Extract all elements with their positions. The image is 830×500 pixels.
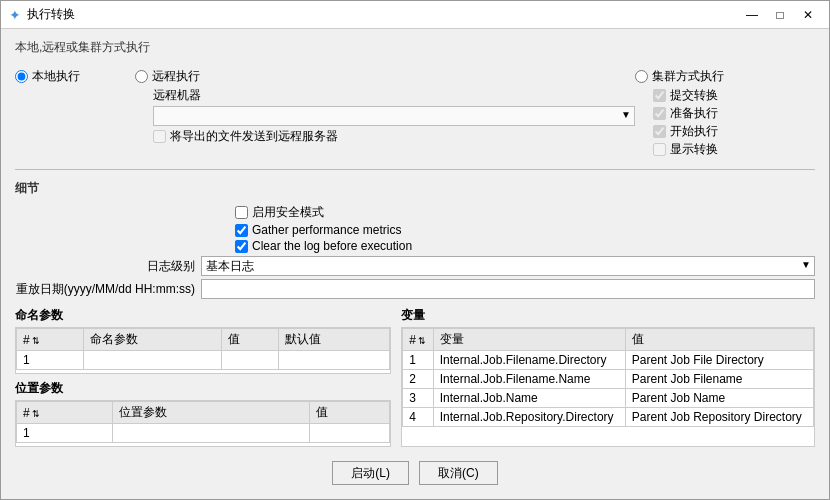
maximize-button[interactable]: □ [767, 5, 793, 25]
positional-params-row1-value [309, 424, 390, 443]
positional-params-thead: #⇅ 位置参数 值 [17, 402, 390, 424]
remote-radio-row: 远程执行 [135, 68, 635, 85]
positional-params-section: 位置参数 #⇅ 位置参数 值 [15, 380, 391, 447]
named-params-tbody: 1 [17, 351, 390, 370]
named-params-row1-hash: 1 [17, 351, 84, 370]
gather-metrics-row: Gather performance metrics [235, 223, 401, 237]
content-area: 本地,远程或集群方式执行 本地执行 远程执行 远程机器 [1, 29, 829, 499]
cluster-label[interactable]: 集群方式执行 [652, 68, 724, 85]
remote-file-row: 将导出的文件发送到远程服务器 [153, 128, 635, 145]
replay-date-input[interactable] [201, 279, 815, 299]
main-window: ✦ 执行转换 — □ ✕ 本地,远程或集群方式执行 本地执行 [0, 0, 830, 500]
variables-table-wrapper: #⇅ 变量 值 1Internal.Job.Filename.Directory… [401, 327, 815, 447]
detail-section-header: 细节 [15, 180, 815, 197]
named-params-row1-name [84, 351, 222, 370]
local-label[interactable]: 本地执行 [32, 68, 80, 85]
variables-header-row: #⇅ 变量 值 [403, 329, 814, 351]
cluster-checks: 提交转换 准备执行 开始执行 显示转换 [653, 87, 815, 159]
cluster-submit-checkbox[interactable] [653, 89, 666, 102]
replay-date-label: 重放日期(yyyy/MM/dd HH:mm:ss) [15, 281, 195, 298]
positional-params-col-name: 位置参数 [112, 402, 309, 424]
security-mode-row: 启用安全模式 [235, 204, 324, 221]
execution-mode-label: 本地,远程或集群方式执行 [15, 39, 815, 56]
variables-section: 变量 #⇅ 变量 值 1Internal.Job.Filename.Direct… [401, 307, 815, 447]
remote-machine-select-row: ▼ [153, 106, 635, 126]
bottom-tables: 命名参数 #⇅ 命名参数 值 默认值 [15, 307, 815, 447]
cluster-prepare-label: 准备执行 [670, 105, 718, 122]
table-row: 4Internal.Job.Repository.DirectoryParent… [403, 408, 814, 427]
named-params-col-value: 值 [222, 329, 279, 351]
log-level-select-wrapper: 基本日志 ▼ [201, 256, 815, 276]
gather-metrics-label: Gather performance metrics [252, 223, 401, 237]
app-icon: ✦ [9, 7, 21, 23]
named-params-section: 命名参数 #⇅ 命名参数 值 默认值 [15, 307, 391, 374]
titlebar-left: ✦ 执行转换 [9, 6, 75, 23]
named-params-header-row: #⇅ 命名参数 值 默认值 [17, 329, 390, 351]
cluster-start-checkbox[interactable] [653, 125, 666, 138]
variables-tbody: 1Internal.Job.Filename.DirectoryParent J… [403, 351, 814, 427]
table-row: 1 [17, 424, 390, 443]
positional-params-table: #⇅ 位置参数 值 1 [16, 401, 390, 443]
local-option-col: 本地执行 [15, 68, 135, 87]
minimize-button[interactable]: — [739, 5, 765, 25]
named-params-table: #⇅ 命名参数 值 默认值 1 [16, 328, 390, 370]
cluster-prepare-checkbox[interactable] [653, 107, 666, 120]
cluster-option-col: 集群方式执行 提交转换 准备执行 开始执行 [635, 68, 815, 159]
positional-params-tbody: 1 [17, 424, 390, 443]
log-level-select[interactable]: 基本日志 [201, 256, 815, 276]
close-button[interactable]: ✕ [795, 5, 821, 25]
replay-date-row: 重放日期(yyyy/MM/dd HH:mm:ss) [15, 279, 815, 299]
table-row: 2Internal.Job.Filename.NameParent Job Fi… [403, 370, 814, 389]
cluster-radio-row: 集群方式执行 [635, 68, 815, 85]
remote-option-col: 远程执行 远程机器 ▼ 将导出的文件发送到远程服务器 [135, 68, 635, 145]
start-button[interactable]: 启动(L) [332, 461, 409, 485]
remote-machine-select-wrapper: ▼ [153, 106, 635, 126]
divider-1 [15, 169, 815, 170]
button-row: 启动(L) 取消(C) [15, 455, 815, 489]
cluster-submit-label: 提交转换 [670, 87, 718, 104]
positional-params-title: 位置参数 [15, 380, 391, 397]
named-params-col-hash: #⇅ [17, 329, 84, 351]
named-params-table-wrapper: #⇅ 命名参数 值 默认值 1 [15, 327, 391, 374]
remote-label[interactable]: 远程执行 [152, 68, 200, 85]
window-title: 执行转换 [27, 6, 75, 23]
table-row: 1 [17, 351, 390, 370]
variables-col-name: 变量 [433, 329, 625, 351]
remote-machine-select[interactable] [153, 106, 635, 126]
remote-radio[interactable] [135, 70, 148, 83]
variables-thead: #⇅ 变量 值 [403, 329, 814, 351]
positional-params-row1-hash: 1 [17, 424, 113, 443]
remote-file-checkbox[interactable] [153, 130, 166, 143]
remote-machine-label: 远程机器 [153, 87, 201, 104]
named-params-col-default: 默认值 [279, 329, 390, 351]
named-params-thead: #⇅ 命名参数 值 默认值 [17, 329, 390, 351]
cancel-button[interactable]: 取消(C) [419, 461, 498, 485]
variables-col-hash: #⇅ [403, 329, 434, 351]
remote-machine-row: 远程机器 [153, 87, 635, 104]
titlebar: ✦ 执行转换 — □ ✕ [1, 1, 829, 29]
cluster-show-label: 显示转换 [670, 141, 718, 158]
security-mode-checkbox[interactable] [235, 206, 248, 219]
cluster-start-row: 开始执行 [653, 123, 815, 140]
cluster-show-checkbox[interactable] [653, 143, 666, 156]
positional-params-header-row: #⇅ 位置参数 值 [17, 402, 390, 424]
cluster-start-label: 开始执行 [670, 123, 718, 140]
named-params-row1-default [279, 351, 390, 370]
variables-col-value: 值 [625, 329, 813, 351]
local-radio-row: 本地执行 [15, 68, 135, 85]
positional-params-table-wrapper: #⇅ 位置参数 值 1 [15, 400, 391, 447]
log-level-label: 日志级别 [15, 258, 195, 275]
variables-title: 变量 [401, 307, 815, 324]
gather-metrics-checkbox[interactable] [235, 224, 248, 237]
clear-log-row: Clear the log before execution [235, 239, 412, 253]
cluster-radio[interactable] [635, 70, 648, 83]
log-level-row: 日志级别 基本日志 ▼ [15, 256, 815, 276]
clear-log-checkbox[interactable] [235, 240, 248, 253]
named-params-col-name: 命名参数 [84, 329, 222, 351]
local-radio[interactable] [15, 70, 28, 83]
left-tables: 命名参数 #⇅ 命名参数 值 默认值 [15, 307, 391, 447]
table-row: 3Internal.Job.NameParent Job Name [403, 389, 814, 408]
cluster-submit-row: 提交转换 [653, 87, 815, 104]
remote-file-label: 将导出的文件发送到远程服务器 [170, 128, 338, 145]
execution-mode-group: 本地执行 远程执行 远程机器 ▼ [15, 68, 815, 159]
